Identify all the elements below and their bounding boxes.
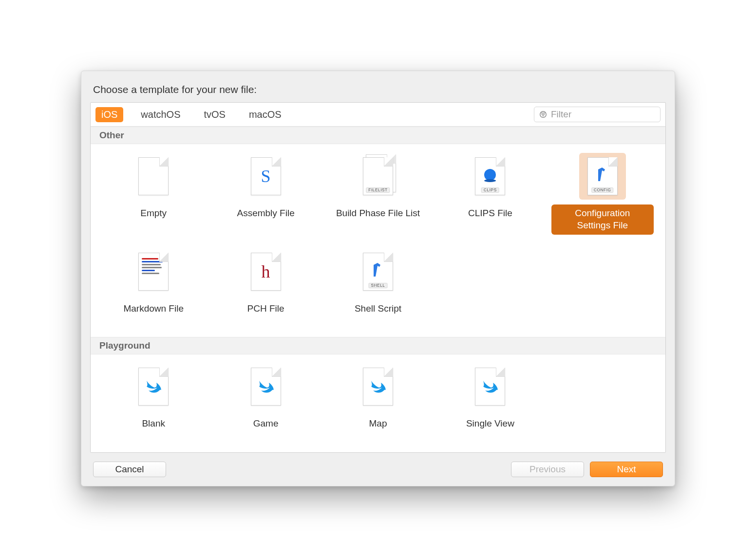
section-grid-playground: Blank Game: [91, 354, 665, 452]
file-icon-shell: SHELL: [355, 248, 401, 295]
template-label: Build Phase File List: [329, 204, 427, 223]
file-icon-swift: [130, 363, 177, 410]
template-playground-game[interactable]: Game: [211, 363, 320, 433]
template-label: Shell Script: [348, 300, 408, 318]
tab-macos[interactable]: macOS: [243, 107, 287, 122]
tab-ios[interactable]: iOS: [95, 107, 123, 122]
template-label: Single View: [459, 415, 521, 433]
template-clips[interactable]: CLIPS CLIPS File: [436, 153, 544, 234]
swift-bird-icon: [256, 377, 276, 396]
previous-button[interactable]: Previous: [511, 462, 584, 477]
file-icon-swift: [355, 363, 401, 410]
file-icon-pch: h: [243, 248, 289, 295]
template-label: CLIPS File: [461, 204, 519, 223]
section-header-other: Other: [91, 127, 665, 144]
template-playground-blank[interactable]: Blank: [99, 363, 208, 433]
template-label: Markdown File: [116, 300, 190, 318]
template-label: Configuration Settings File: [551, 204, 654, 234]
cancel-button[interactable]: Cancel: [93, 462, 166, 477]
file-icon-assembly: S: [243, 153, 289, 200]
filter-input[interactable]: [551, 109, 655, 120]
swift-bird-icon: [480, 377, 500, 396]
hammer-icon: [371, 262, 385, 281]
template-chooser: iOS watchOS tvOS macOS Other: [90, 102, 666, 453]
section-header-playground: Playground: [91, 337, 665, 354]
svg-point-5: [484, 179, 496, 182]
file-icon-config: CONFIG: [579, 153, 626, 200]
template-label: Blank: [135, 415, 172, 433]
new-file-dialog: Choose a template for your new file: iOS…: [81, 71, 675, 486]
markdown-lines-icon: [142, 258, 165, 279]
template-label: Game: [246, 415, 285, 433]
template-empty[interactable]: Empty: [99, 153, 208, 234]
file-icon-swift: [243, 363, 289, 410]
template-assembly[interactable]: S Assembly File: [211, 153, 320, 234]
sphere-icon: [482, 168, 498, 185]
template-label: Assembly File: [230, 204, 301, 223]
dialog-title: Choose a template for your new file:: [93, 84, 663, 95]
template-markdown[interactable]: Markdown File: [99, 248, 208, 318]
template-pch[interactable]: h PCH File: [211, 248, 320, 318]
file-icon-swift: [467, 363, 513, 410]
next-button[interactable]: Next: [590, 462, 663, 477]
swift-bird-icon: [368, 377, 388, 396]
file-icon-markdown: [130, 248, 177, 295]
template-shell-script[interactable]: SHELL Shell Script: [324, 248, 432, 318]
filter-icon: [539, 111, 547, 118]
swift-bird-icon: [144, 377, 163, 396]
template-label: Empty: [133, 204, 173, 223]
dialog-button-row: Cancel Previous Next: [90, 453, 666, 479]
tab-tvos[interactable]: tvOS: [198, 107, 231, 122]
hammer-icon: [595, 167, 610, 186]
svg-point-4: [484, 169, 496, 181]
file-icon-clips: CLIPS: [467, 153, 513, 200]
file-icon-blank: [130, 153, 177, 200]
template-playground-map[interactable]: Map: [324, 363, 432, 433]
template-label: PCH File: [241, 300, 291, 318]
template-configuration-settings[interactable]: CONFIG Configuration Settings File: [548, 153, 657, 234]
filter-field-wrap[interactable]: [534, 107, 661, 122]
template-playground-single-view[interactable]: Single View: [436, 363, 544, 433]
tab-watchos[interactable]: watchOS: [135, 107, 186, 122]
template-label: Map: [362, 415, 394, 433]
platform-tab-bar: iOS watchOS tvOS macOS: [91, 103, 665, 127]
section-grid-other: Empty S Assembly File FILELIST Build Pha…: [91, 144, 665, 337]
template-build-phase-file-list[interactable]: FILELIST Build Phase File List: [324, 153, 432, 234]
file-icon-filelist: FILELIST: [355, 153, 401, 200]
